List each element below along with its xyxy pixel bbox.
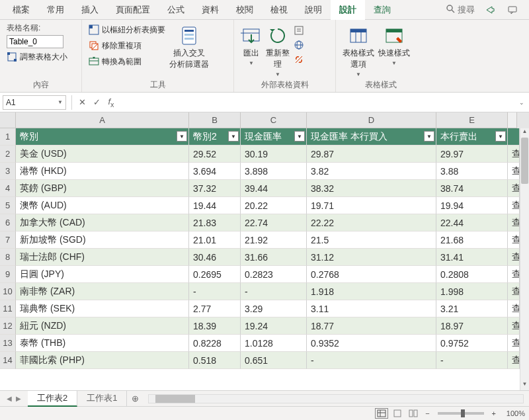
table-cell[interactable]: 0.518	[189, 352, 241, 369]
cancel-formula-button[interactable]: ✕	[75, 97, 89, 107]
ribbon-tab-設計[interactable]: 設計	[331, 0, 365, 20]
zoom-out-button[interactable]: −	[423, 409, 432, 417]
table-cell[interactable]: 瑞典幣 (SEK)	[16, 300, 189, 317]
sheet-nav-next[interactable]: ▶	[16, 395, 21, 402]
row-header[interactable]: 7	[0, 231, 16, 249]
table-cell[interactable]: 0.9352	[307, 335, 436, 352]
zoom-level[interactable]: 100%	[501, 409, 525, 417]
table-cell[interactable]: 3.21	[436, 300, 508, 317]
table-cell[interactable]: 查	[508, 335, 520, 352]
ribbon-tab-資料[interactable]: 資料	[193, 0, 227, 20]
scroll-up-arrow[interactable]: ▲	[520, 128, 529, 138]
filter-dropdown-button[interactable]: ▼	[424, 131, 434, 142]
table-cell[interactable]: 19.94	[436, 197, 508, 214]
scroll-thumb[interactable]	[521, 138, 528, 184]
table-cell[interactable]: 港幣 (HKD)	[16, 163, 189, 180]
table-header-cell[interactable]: 本行賣出▼	[436, 128, 508, 146]
table-cell[interactable]: 0.651	[241, 352, 307, 369]
row-header[interactable]: 12	[0, 317, 16, 335]
table-cell[interactable]: 22.74	[241, 214, 307, 231]
table-cell[interactable]: 新加坡幣 (SGD)	[16, 231, 189, 249]
table-cell[interactable]: 查	[508, 214, 520, 231]
table-cell[interactable]: 查	[508, 283, 520, 300]
row-header[interactable]: 6	[0, 214, 16, 231]
table-cell[interactable]: 38.74	[436, 180, 508, 197]
table-cell[interactable]: -	[241, 283, 307, 300]
table-cell[interactable]: 39.44	[241, 180, 307, 197]
row-header[interactable]: 10	[0, 283, 16, 300]
column-header-D[interactable]: D	[307, 112, 436, 128]
table-cell[interactable]: 21.5	[307, 231, 436, 249]
table-cell[interactable]: 1.0128	[241, 335, 307, 352]
ribbon-tab-檢視[interactable]: 檢視	[262, 0, 296, 20]
table-cell[interactable]: 22.44	[436, 214, 508, 231]
column-header-A[interactable]: A	[16, 112, 189, 128]
row-header[interactable]: 1	[0, 128, 16, 146]
table-cell[interactable]: 21.68	[436, 231, 508, 249]
sheet-tab[interactable]: 工作表1	[77, 391, 127, 407]
table-cell[interactable]: 3.11	[307, 300, 436, 317]
table-cell[interactable]: 22.22	[307, 214, 436, 231]
table-cell[interactable]: 查	[508, 146, 520, 163]
table-style-options-button[interactable]: 表格樣式 選項 ▼	[343, 22, 374, 77]
column-header-E[interactable]: E	[436, 112, 508, 128]
name-box[interactable]: A1 ▼	[3, 95, 66, 110]
row-header[interactable]: 2	[0, 146, 16, 163]
ribbon-tab-插入[interactable]: 插入	[73, 0, 107, 20]
ribbon-tab-檔案[interactable]: 檔案	[4, 0, 38, 20]
ribbon-tab-常用[interactable]: 常用	[38, 0, 73, 20]
table-cell[interactable]: 31.41	[436, 249, 508, 266]
table-cell[interactable]: 查	[508, 266, 520, 283]
unlink-icon[interactable]	[294, 54, 304, 65]
sheet-nav-prev[interactable]: ◀	[7, 395, 12, 402]
table-cell[interactable]: 查	[508, 249, 520, 266]
table-cell[interactable]: 3.88	[436, 163, 508, 180]
table-cell[interactable]: 18.77	[307, 317, 436, 335]
table-cell[interactable]: 南非幣 (ZAR)	[16, 283, 189, 300]
table-cell[interactable]: 20.22	[241, 197, 307, 214]
insert-slicer-button[interactable]: 插入交叉 分析篩選器	[169, 22, 209, 70]
table-cell[interactable]: 查	[508, 180, 520, 197]
table-cell[interactable]: 19.71	[307, 197, 436, 214]
page-break-view-button[interactable]	[407, 408, 420, 419]
sheet-tab-active[interactable]: 工作表2	[28, 391, 77, 407]
ribbon-tab-校閱[interactable]: 校閱	[227, 0, 262, 20]
table-cell[interactable]: 21.83	[189, 214, 241, 231]
table-cell[interactable]: 日圓 (JPY)	[16, 266, 189, 283]
table-cell[interactable]: 1.998	[436, 283, 508, 300]
scroll-down-arrow[interactable]: ▼	[520, 381, 529, 390]
table-cell[interactable]: 1.918	[307, 283, 436, 300]
table-cell[interactable]: 31.66	[241, 249, 307, 266]
open-browser-icon[interactable]	[294, 40, 304, 50]
resize-table-button[interactable]: 調整表格大小	[7, 50, 67, 64]
fx-button[interactable]: fx	[104, 97, 118, 108]
table-cell[interactable]: 37.32	[189, 180, 241, 197]
table-cell[interactable]: 英鎊 (GBP)	[16, 180, 189, 197]
ribbon-tab-頁面配置[interactable]: 頁面配置	[107, 0, 159, 20]
table-cell[interactable]: 19.44	[189, 197, 241, 214]
share-button[interactable]	[483, 3, 497, 17]
row-header[interactable]: 9	[0, 266, 16, 283]
table-cell[interactable]: 3.898	[241, 163, 307, 180]
ribbon-tab-說明[interactable]: 說明	[296, 0, 331, 20]
column-header-B[interactable]: B	[189, 112, 241, 128]
table-header-cell[interactable]: 現金匯率▼	[241, 128, 307, 146]
export-button[interactable]: 匯出 ▼	[241, 22, 262, 66]
remove-duplicates-button[interactable]: 移除重複項	[89, 38, 165, 53]
comments-button[interactable]	[505, 3, 520, 17]
filter-dropdown-button[interactable]: ▼	[495, 131, 506, 142]
table-header-cell[interactable]	[508, 128, 520, 146]
table-cell[interactable]: 0.2808	[436, 266, 508, 283]
table-cell[interactable]: 19.24	[241, 317, 307, 335]
table-cell[interactable]: 3.82	[307, 163, 436, 180]
table-cell[interactable]: 澳幣 (AUD)	[16, 197, 189, 214]
column-header-C[interactable]: C	[241, 112, 307, 128]
filter-dropdown-button[interactable]: ▼	[177, 131, 187, 142]
select-all-corner[interactable]	[0, 112, 16, 128]
page-layout-view-button[interactable]	[391, 408, 404, 419]
table-cell[interactable]: 38.32	[307, 180, 436, 197]
ribbon-tab-公式[interactable]: 公式	[159, 0, 193, 20]
table-cell[interactable]: -	[436, 352, 508, 369]
table-cell[interactable]: 29.97	[436, 146, 508, 163]
search-box[interactable]: 搜尋	[446, 3, 475, 17]
